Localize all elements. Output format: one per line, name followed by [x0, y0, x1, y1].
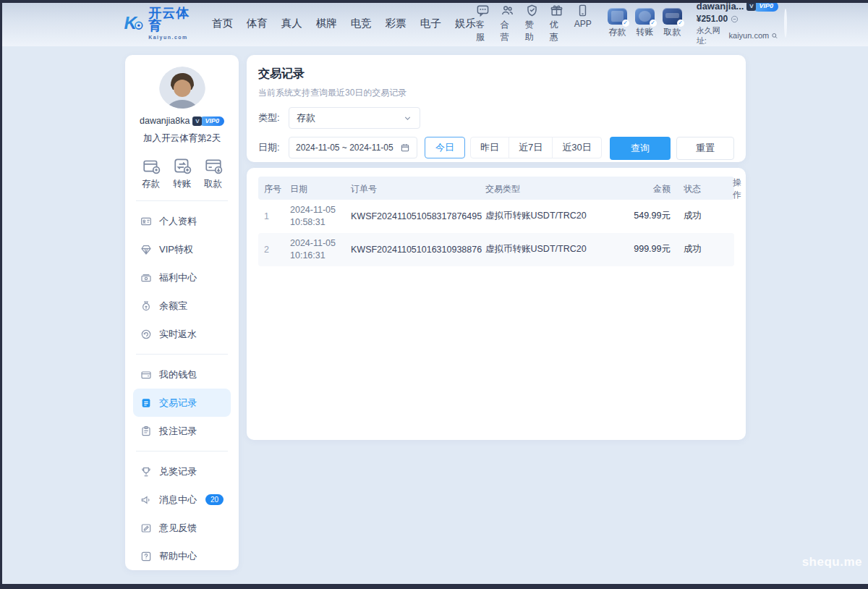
sidebar-item-help[interactable]: 帮助中心: [133, 542, 231, 570]
sidebar-item-messages[interactable]: 消息中心 20: [133, 486, 231, 514]
header-transfer-button[interactable]: ✓ 转账: [635, 8, 655, 38]
type-select[interactable]: 存款: [289, 107, 420, 129]
gem-icon: [140, 244, 152, 255]
sponsor-button[interactable]: 赞助: [525, 4, 539, 43]
header-withdraw-label: 取款: [663, 26, 681, 38]
gift-icon: [550, 4, 563, 17]
cell-index: 2: [258, 240, 287, 259]
date-label: 日期:: [258, 141, 289, 154]
nav-cards[interactable]: 棋牌: [316, 17, 337, 30]
query-button[interactable]: 查询: [610, 137, 671, 160]
transfer-arrows-icon: [173, 156, 192, 175]
cell-date: 2024-11-05 10:58:31: [287, 200, 348, 233]
cell-action: [730, 212, 736, 221]
range-today-button[interactable]: 今日: [425, 137, 465, 158]
type-select-value: 存款: [297, 111, 315, 124]
sidebar-item-feedback[interactable]: 意见反馈: [133, 514, 231, 542]
sidebar-item-rebate[interactable]: 实时返水: [133, 320, 231, 348]
sidebar-item-welfare[interactable]: 福利中心: [133, 263, 231, 292]
wallet-actions: ✓ 存款 ✓ 转账 ✓ 取款: [608, 8, 682, 38]
profile-card-icon: [140, 216, 152, 227]
partner-label: 合营: [501, 19, 514, 43]
customer-service-button[interactable]: 客服: [476, 4, 490, 43]
cell-order-no: KWSF202411051016310938876: [348, 240, 482, 259]
header-avatar[interactable]: [784, 9, 787, 38]
header-deposit-button[interactable]: ✓ 存款: [608, 8, 627, 38]
partner-button[interactable]: 合营: [501, 4, 514, 43]
nav-slots[interactable]: 电子: [420, 17, 441, 30]
range-30days-label: 近30日: [562, 141, 591, 154]
sidebar-transfer-button[interactable]: 转账: [173, 156, 192, 190]
col-header-date: 日期: [287, 183, 348, 195]
sidebar-item-bets[interactable]: 投注记录: [133, 417, 231, 445]
cell-status: 成功: [673, 239, 730, 260]
page-title: 交易记录: [258, 67, 734, 82]
date-range-value: 2024-11-05 ~ 2024-11-05: [296, 143, 393, 153]
range-yesterday-button[interactable]: 昨日: [471, 137, 509, 158]
sidebar-withdraw-label: 取款: [204, 178, 222, 190]
cell-date-value: 2024-11-05: [290, 204, 345, 216]
range-30days-button[interactable]: 近30日: [552, 137, 600, 158]
window-edge-top: [0, 0, 868, 3]
sidebar-avatar-image: [159, 67, 205, 109]
chat-icon: [476, 4, 490, 17]
nav-home[interactable]: 首页: [212, 17, 233, 30]
col-header-index: 序号: [258, 183, 287, 195]
sidebar-item-profile[interactable]: 个人资料: [133, 207, 231, 235]
wallet-icon: [140, 369, 152, 381]
sidebar-item-yuebao[interactable]: 余额宝: [133, 292, 231, 320]
sidebar-item-transactions[interactable]: 交易记录: [133, 389, 231, 417]
search-icon[interactable]: [771, 32, 778, 40]
sidebar-item-prizes[interactable]: 兑奖记录: [133, 457, 231, 486]
sponsor-label: 赞助: [525, 19, 539, 43]
cell-time-value: 10:16:31: [290, 250, 345, 262]
header-transfer-label: 转账: [636, 26, 653, 38]
money-bag-icon: [140, 300, 152, 312]
feedback-pen-icon: [140, 522, 152, 534]
clipboard-icon: [140, 425, 152, 437]
sidebar-item-vip[interactable]: VIP特权: [133, 235, 231, 263]
cell-time-value: 10:58:31: [290, 216, 345, 229]
sidebar-item-label: 兑奖记录: [159, 465, 197, 478]
page-subtitle: 当前系统支持查询最近30日的交易记录: [258, 87, 734, 99]
brand-logo[interactable]: K 开云体育 Kaiyun.com: [123, 7, 193, 40]
reset-button[interactable]: 重置: [676, 137, 734, 160]
transaction-record-icon: [140, 397, 152, 409]
sidebar-item-wallet[interactable]: 我的钱包: [133, 360, 231, 389]
sidebar-withdraw-button[interactable]: 取款: [204, 156, 223, 190]
permanent-url-label: 永久网址:: [697, 26, 727, 46]
nav-entertainment[interactable]: 娱乐: [455, 17, 476, 30]
banknotes-icon: [140, 272, 152, 284]
table-row[interactable]: 2 2024-11-05 10:16:31 KWSF20241105101631…: [258, 233, 734, 266]
table-row[interactable]: 1 2024-11-05 10:58:31 KWSF20241105105831…: [258, 200, 734, 233]
cell-action: [730, 245, 736, 254]
promotions-button[interactable]: 优惠: [550, 4, 563, 43]
main-nav: 首页 体育 真人 棋牌 电竞 彩票 电子 娱乐: [212, 17, 476, 30]
brand-mark-icon: K: [123, 10, 144, 36]
sidebar-item-label: 消息中心: [159, 493, 197, 507]
trophy-icon: [140, 466, 152, 478]
app-download-button[interactable]: APP: [574, 4, 592, 43]
range-button-group: 昨日 近7日 近30日: [470, 137, 602, 158]
balance-refresh-icon[interactable]: [731, 15, 739, 23]
sidebar-item-label: 余额宝: [159, 300, 187, 313]
cell-transaction-type: 虚拟币转账USDT/TRC20: [482, 205, 618, 226]
top-navbar: K 开云体育 Kaiyun.com 首页 体育 真人 棋牌 电竞 彩票 电子 娱…: [0, 0, 868, 46]
balance-amount: ¥251.00: [697, 14, 728, 25]
date-range-input[interactable]: 2024-11-05 ~ 2024-11-05: [289, 137, 417, 158]
rebate-cycle-icon: [140, 329, 152, 340]
nav-live[interactable]: 真人: [281, 17, 302, 30]
nav-lottery[interactable]: 彩票: [386, 17, 407, 30]
nav-sports[interactable]: 体育: [247, 17, 268, 30]
table-header-row: 序号 日期 订单号 交易类型 金额 状态 操作: [258, 177, 734, 200]
sidebar-deposit-button[interactable]: 存款: [142, 156, 161, 190]
sidebar-avatar[interactable]: [159, 67, 205, 109]
range-7days-button[interactable]: 近7日: [509, 137, 552, 158]
range-yesterday-label: 昨日: [480, 141, 499, 154]
customer-service-label: 客服: [476, 19, 490, 43]
nav-esports[interactable]: 电竞: [351, 17, 372, 30]
sidebar-item-label: 实时返水: [159, 328, 197, 341]
col-header-type: 交易类型: [482, 183, 618, 195]
header-withdraw-button[interactable]: ✓ 取款: [663, 8, 682, 38]
divider: [136, 200, 228, 201]
